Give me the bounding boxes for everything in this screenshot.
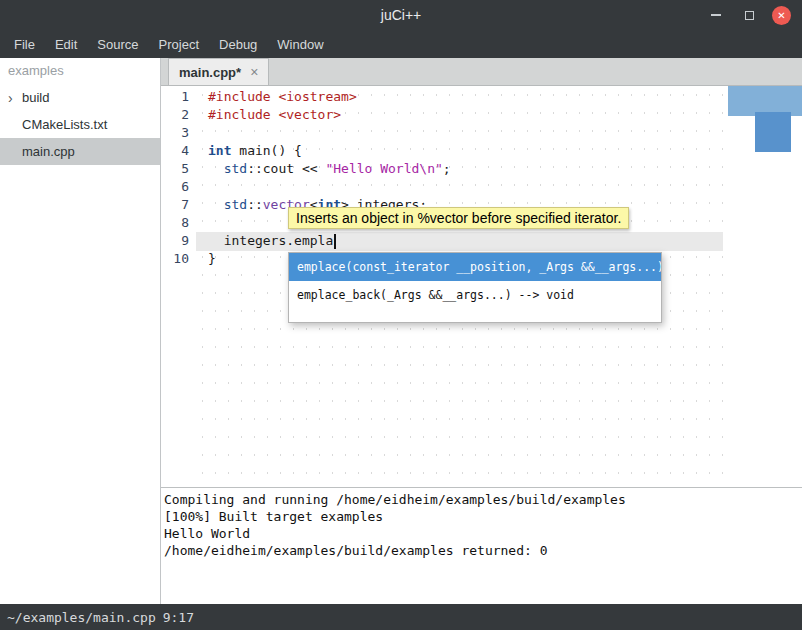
code-line-3: 3 xyxy=(161,124,802,142)
line-number: 7 xyxy=(161,196,196,214)
tree-item-label: main.cpp xyxy=(22,144,75,159)
restore-button[interactable] xyxy=(739,5,759,25)
code-text[interactable]: integers.empla xyxy=(196,232,336,250)
terminal-line: /home/eidheim/examples/build/examples re… xyxy=(164,542,799,559)
code-segment xyxy=(208,197,224,212)
status-file-path: ~/examples/main.cpp xyxy=(7,610,156,625)
code-segment: ; xyxy=(443,161,451,176)
app-window: juCi++ ✕ FileEditSourceProjectDebugWindo… xyxy=(0,0,802,630)
tab-close-icon[interactable]: × xyxy=(250,64,258,80)
sidebar-tree: ›buildCMakeLists.txtmain.cpp xyxy=(0,84,160,165)
code-segment xyxy=(208,161,224,176)
menu-item-file[interactable]: File xyxy=(4,30,45,58)
code-text[interactable] xyxy=(196,124,208,142)
code-segment: } xyxy=(208,251,216,266)
tab-label: main.cpp* xyxy=(179,65,241,80)
text-cursor xyxy=(334,234,336,249)
status-cursor-position: 9:17 xyxy=(163,610,194,625)
completion-tooltip: Inserts an object in %vector before spec… xyxy=(288,207,629,229)
code-segment: integers.empla xyxy=(208,233,333,248)
code-line-1: 1#include <iostream> xyxy=(161,88,802,106)
code-line-5: 5 std::cout << "Hello World\n"; xyxy=(161,160,802,178)
code-text[interactable]: int main() { xyxy=(196,142,302,160)
line-number: 4 xyxy=(161,142,196,160)
tab-bar: main.cpp* × xyxy=(161,58,802,86)
code-line-4: 4int main() { xyxy=(161,142,802,160)
minimize-icon xyxy=(711,14,721,16)
terminal-line: Hello World xyxy=(164,525,799,542)
code-segment: "Hello World\n" xyxy=(325,161,442,176)
menu-bar: FileEditSourceProjectDebugWindow xyxy=(0,30,802,58)
terminal-line: Compiling and running /home/eidheim/exam… xyxy=(164,491,799,508)
chevron-right-icon[interactable]: › xyxy=(8,90,22,106)
code-text[interactable]: #include <vector> xyxy=(196,106,341,124)
scrollbar-thumb[interactable] xyxy=(755,112,791,152)
main-area: examples ›buildCMakeLists.txtmain.cpp ma… xyxy=(0,58,802,604)
sidebar-item-cmakelists-txt[interactable]: CMakeLists.txt xyxy=(0,111,160,138)
code-line-2: 2#include <vector> xyxy=(161,106,802,124)
minimize-button[interactable] xyxy=(706,5,726,25)
completion-popup: emplace(const_iterator __position, _Args… xyxy=(288,252,662,323)
line-number: 10 xyxy=(161,250,196,268)
menu-item-source[interactable]: Source xyxy=(87,30,148,58)
menu-item-edit[interactable]: Edit xyxy=(45,30,87,58)
line-number: 3 xyxy=(161,124,196,142)
line-number: 6 xyxy=(161,178,196,196)
menu-item-window[interactable]: Window xyxy=(267,30,333,58)
menu-item-project[interactable]: Project xyxy=(149,30,209,58)
status-bar: ~/examples/main.cpp 9:17 xyxy=(0,604,802,630)
line-number: 9 xyxy=(161,232,196,250)
code-text[interactable]: #include <iostream> xyxy=(196,88,357,106)
line-number: 8 xyxy=(161,214,196,232)
sidebar: examples ›buildCMakeLists.txtmain.cpp xyxy=(0,58,161,604)
completion-item[interactable]: emplace(const_iterator __position, _Args… xyxy=(289,253,661,281)
titlebar: juCi++ ✕ xyxy=(0,0,802,30)
menu-item-debug[interactable]: Debug xyxy=(209,30,267,58)
code-text[interactable] xyxy=(196,214,208,232)
sidebar-header: examples xyxy=(0,58,160,84)
code-text[interactable]: } xyxy=(196,250,216,268)
sidebar-item-main-cpp[interactable]: main.cpp xyxy=(0,138,160,165)
code-segment: std xyxy=(224,161,247,176)
editor-column: main.cpp* × 1#include <iostream>2#includ… xyxy=(161,58,802,604)
line-number: 5 xyxy=(161,160,196,178)
code-segment: ::cout << xyxy=(247,161,325,176)
code-line-6: 6 xyxy=(161,178,802,196)
completion-item[interactable]: emplace_back(_Args &&__args...) --> void xyxy=(289,281,661,309)
code-lines: 1#include <iostream>2#include <vector>34… xyxy=(161,88,802,268)
restore-icon xyxy=(745,11,754,20)
code-segment: std xyxy=(224,197,247,212)
tree-item-label: build xyxy=(22,90,49,105)
code-text[interactable]: std::cout << "Hello World\n"; xyxy=(196,160,451,178)
close-button[interactable]: ✕ xyxy=(772,6,791,25)
window-title: juCi++ xyxy=(0,7,802,23)
line-number: 2 xyxy=(161,106,196,124)
sidebar-item-build[interactable]: ›build xyxy=(0,84,160,111)
line-number: 1 xyxy=(161,88,196,106)
code-segment: int xyxy=(208,143,231,158)
code-segment: #include <iostream> xyxy=(208,89,357,104)
code-segment: main() { xyxy=(231,143,301,158)
code-line-9: 9 integers.empla xyxy=(161,232,802,250)
code-text[interactable] xyxy=(196,178,208,196)
terminal-line: [100%] Built target examples xyxy=(164,508,799,525)
window-controls: ✕ xyxy=(706,5,802,25)
editor-pane[interactable]: 1#include <iostream>2#include <vector>34… xyxy=(161,86,802,487)
code-segment: #include <vector> xyxy=(208,107,341,122)
tab-main-cpp[interactable]: main.cpp* × xyxy=(168,58,269,85)
tree-item-label: CMakeLists.txt xyxy=(22,117,107,132)
code-segment: :: xyxy=(247,197,263,212)
terminal-output[interactable]: Compiling and running /home/eidheim/exam… xyxy=(161,488,802,604)
